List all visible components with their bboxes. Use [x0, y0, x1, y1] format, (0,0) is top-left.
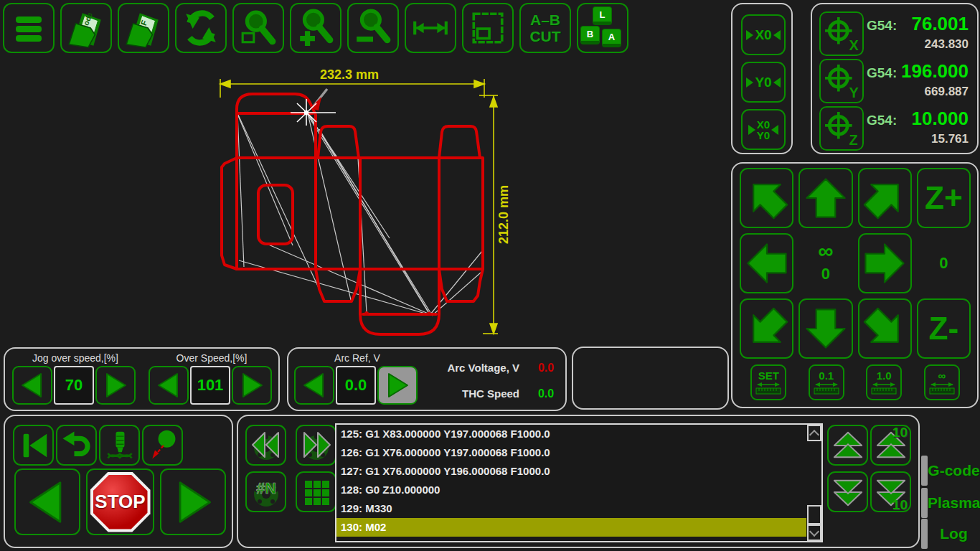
torch-touch-off-button[interactable]	[99, 425, 140, 466]
over-speed-decrease-button[interactable]	[149, 366, 189, 405]
open-dxf-button[interactable]: DXF	[118, 3, 169, 53]
gcode-scrollbar	[806, 425, 821, 541]
goto-line-number-button[interactable]: #N	[245, 471, 286, 512]
jog-up-button[interactable]	[798, 168, 852, 228]
xy-step-value: 0	[821, 265, 830, 283]
over-speed-value[interactable]: 101	[190, 366, 230, 405]
arc-voltage-value: 0.0	[528, 362, 564, 375]
return-button[interactable]	[56, 425, 97, 466]
scroll-down-button[interactable]	[807, 524, 821, 541]
tab-plasma[interactable]: Plasma	[921, 487, 980, 519]
jog-down-left-button[interactable]	[740, 298, 793, 359]
zero-x-label: X0	[755, 29, 771, 42]
zero-xy-button[interactable]: X0 Y0	[741, 109, 786, 150]
gcode-rewind-button[interactable]	[245, 425, 286, 466]
gcode-folder-icon: G-code	[65, 7, 107, 49]
crosshair-z-icon: Z	[824, 111, 859, 146]
jog-left-button[interactable]	[740, 233, 793, 293]
axis-x-button[interactable]: X	[819, 11, 864, 56]
stop-button[interactable]: STOP	[86, 468, 154, 535]
jog-speed-decrease-button[interactable]	[12, 366, 52, 405]
zoom-fit-button[interactable]	[232, 3, 284, 53]
drawing-canvas[interactable]: 232.3 mm 212.0 mm	[0, 57, 729, 344]
zoom-in-button[interactable]	[290, 3, 341, 53]
jog-down-button[interactable]	[798, 298, 852, 359]
rewind-to-start-button[interactable]	[13, 425, 54, 466]
axis-y-button[interactable]: Y	[819, 59, 864, 103]
jog-up-left-button[interactable]	[740, 168, 793, 228]
step-continuous-button[interactable]: ∞	[924, 364, 960, 400]
ab-cut-line2: CUT	[529, 28, 560, 44]
move-to-point-button[interactable]	[142, 425, 183, 466]
gcode-line[interactable]: 125: G1 X83.000000 Y197.000068 F1000.0	[336, 425, 821, 443]
scroll-thumb[interactable]	[807, 505, 821, 524]
grid-view-button[interactable]	[296, 471, 336, 512]
keyboard-keys-icon: L B A	[580, 6, 625, 50]
zero-x-button[interactable]: X0	[741, 14, 786, 55]
gcode-list[interactable]: 125: G1 X83.000000 Y197.000068 F1000.0 1…	[335, 423, 823, 542]
ruler-icon	[812, 381, 841, 395]
tab-log-label: Log	[928, 525, 980, 542]
speed-panel: Jog over speed,[%] 70 Over Speed,[%] 101	[4, 347, 280, 411]
measure-width-button[interactable]	[405, 3, 456, 53]
main-toolbar: G-code DXF	[3, 3, 628, 53]
tab-log[interactable]: Log	[921, 518, 980, 550]
xy-step-mode: ∞	[818, 243, 833, 259]
over-speed-label: Over Speed,[%]	[149, 352, 275, 364]
gcode-line-selected[interactable]: 130: M02	[336, 518, 806, 537]
arrow-left-icon	[745, 241, 789, 286]
step-1-0-button[interactable]: 1.0	[866, 364, 902, 400]
run-forward-button[interactable]	[160, 468, 226, 535]
zero-y-label: Y0	[755, 76, 771, 89]
jog-z-minus-button[interactable]: Z-	[917, 298, 971, 359]
jog-down-right-button[interactable]	[858, 298, 912, 359]
coord-row-x: X G54: 76.001 243.830	[819, 11, 971, 56]
axis-z-button[interactable]: Z	[819, 106, 864, 151]
jog-speed-increase-button[interactable]	[95, 366, 136, 405]
tab-gcode-label: G-code	[928, 462, 980, 479]
jog-speed-value[interactable]: 70	[54, 366, 94, 405]
stop-label: STOP	[95, 491, 145, 513]
zoom-out-button[interactable]	[347, 3, 399, 53]
arc-ref-decrease-button[interactable]	[294, 366, 334, 405]
scroll-up-button[interactable]	[807, 425, 821, 441]
jog-right-button[interactable]	[858, 233, 912, 293]
over-speed-increase-button[interactable]	[232, 366, 272, 405]
gcode-line[interactable]: 129: M330	[336, 499, 821, 518]
dxf-folder-icon: DXF	[123, 7, 164, 49]
zero-y-button[interactable]: Y0	[741, 62, 786, 103]
keyboard-jog-button[interactable]: L B A	[577, 3, 628, 53]
coord-value-y: 196.000	[901, 60, 969, 83]
jog-z-plus-button[interactable]: Z+	[917, 168, 971, 228]
tab-plasma-label: Plasma	[928, 494, 980, 512]
gcode-forward-button[interactable]	[296, 425, 336, 466]
open-gcode-button[interactable]: G-code	[60, 3, 112, 53]
double-up-icon	[831, 430, 864, 461]
refresh-icon	[182, 9, 220, 47]
ab-cut-button[interactable]: A–B CUT	[519, 3, 571, 53]
z-step-value: 0	[939, 254, 948, 273]
gcode-line-up-button[interactable]	[827, 425, 868, 466]
crosshair-x-icon: X	[824, 17, 859, 51]
jog-up-right-button[interactable]	[858, 168, 912, 228]
gcode-line-down-10-button[interactable]: 10	[870, 471, 911, 512]
frame-border-button[interactable]	[462, 3, 514, 53]
gcode-line[interactable]: 127: G1 X76.000000 Y196.000068 F1000.0	[336, 462, 821, 481]
gcode-panel: #N 125: G1 X83.000000 Y197.000068 F1000.…	[237, 415, 920, 548]
tab-gcode[interactable]: G-code	[921, 455, 980, 486]
left-triangle-icon	[300, 371, 329, 400]
step-0-1-button[interactable]: 0.1	[809, 364, 844, 400]
left-triangle-icon	[773, 30, 781, 40]
coord-value-z: 10.000	[911, 108, 969, 130]
gcode-line[interactable]: 128: G0 Z10.000000	[336, 481, 821, 499]
gcode-line-down-button[interactable]	[827, 471, 868, 512]
gcode-line-up-10-button[interactable]: 10	[870, 425, 911, 466]
xy-step-display: ∞ 0	[798, 233, 852, 293]
refresh-button[interactable]	[175, 3, 227, 53]
chevron-up-icon	[809, 429, 819, 439]
run-backward-button[interactable]	[14, 468, 80, 535]
arrow-down-icon	[804, 306, 848, 351]
step-set-button[interactable]: SET	[750, 364, 786, 400]
gcode-line[interactable]: 126: G1 X76.000000 Y197.000068 F1000.0	[336, 443, 821, 462]
menu-button[interactable]	[3, 3, 55, 53]
